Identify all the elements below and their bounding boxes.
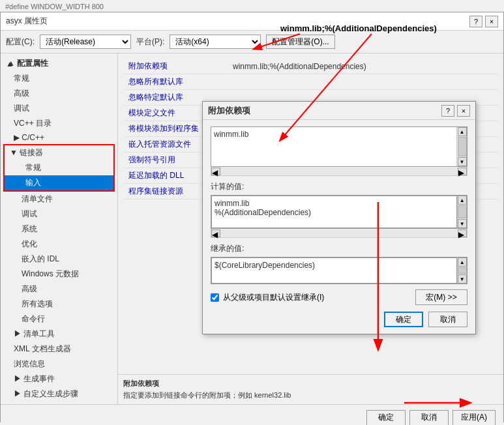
sidebar-item-general[interactable]: 常规 (1, 71, 117, 86)
prop-name-ignore-all[interactable]: 忽略所有默认库 (123, 74, 228, 90)
inherited-section: 继承的值: $(CoreLibraryDependencies) ▲ ▼ (211, 243, 467, 284)
sidebar-item-linker-general[interactable]: 常规 (5, 160, 113, 175)
dep-textarea-wrapper: winmm.lib ▲ ▼ (211, 126, 467, 167)
sub-dialog-titlebar: 附加依赖项 ? × (203, 102, 475, 120)
sidebar-item-browse-info[interactable]: 浏览信息 (1, 357, 117, 372)
computed-hscroll-left[interactable]: ◀ (211, 229, 220, 237)
dep-textarea-hscrollbar: ◀ ▶ (211, 167, 467, 176)
platform-label: 平台(P): (136, 37, 164, 48)
sub-dialog-titlebar-buttons: ? × (441, 105, 470, 117)
sidebar-item-vcpp-dirs[interactable]: VC++ 目录 (1, 116, 117, 131)
top-strip-text: #define WINDOW_WIDTH 800 (5, 3, 104, 10)
computed-line-2: %(AdditionalDependencies) (215, 208, 454, 217)
inherit-checkbox-label: 从父级或项目默认设置继承(I) (223, 292, 324, 303)
sidebar-item-debug[interactable]: 调试 (1, 101, 117, 116)
hscrollbar-left-btn[interactable]: ◀ (211, 168, 220, 175)
sidebar-item-linker-manifest[interactable]: 清单文件 (1, 192, 117, 207)
sidebar-item-custom-build[interactable]: ▶ 自定义生成步骤 (1, 387, 117, 402)
config-bar: 配置(C): 活动(Release) 平台(P): 活动(x64) 配置管理器(… (1, 31, 503, 53)
computed-scroll-down[interactable]: ▼ (458, 219, 467, 228)
computed-hscrollbar: ◀ ▶ (211, 229, 467, 238)
dep-textarea-scrollbar: ▲ ▼ (456, 127, 467, 166)
inherited-label: 继承的值: (211, 243, 467, 254)
platform-select[interactable]: 活动(x64) (170, 35, 261, 49)
sub-cancel-button[interactable]: 取消 (428, 312, 467, 327)
macro-button[interactable]: 宏(M) >> (415, 289, 467, 305)
inherited-scroll-down[interactable]: ▼ (458, 274, 467, 284)
computed-hscroll-track (220, 229, 458, 237)
prop-value-ignore-all (228, 74, 498, 90)
sub-dialog-title: 附加依赖项 (208, 105, 250, 117)
main-titlebar-buttons: ? × (469, 16, 498, 27)
sidebar: ▲ ▲ 配置属性 常规 高级 调试 VC++ 目录 ▶ C/C++ ▼ 链接器 … (1, 53, 118, 404)
inherited-content: $(CoreLibraryDependencies) (211, 257, 457, 284)
sidebar-config-props: ▲ ▲ 配置属性 (1, 56, 117, 71)
sidebar-item-advanced[interactable]: 高级 (1, 86, 117, 101)
config-select[interactable]: 活动(Release) (40, 35, 131, 49)
top-strip: #define WINDOW_WIDTH 800 (0, 0, 504, 13)
sidebar-item-code-analysis[interactable]: Code Analysis (1, 402, 117, 404)
sidebar-item-xml-gen[interactable]: XML 文档生成器 (1, 342, 117, 357)
main-dialog-titlebar: asyx 属性页 ? × (1, 12, 503, 31)
main-help-button[interactable]: ? (469, 16, 482, 27)
computed-scroll-up[interactable]: ▲ (458, 196, 467, 205)
config-label: 配置(C): (6, 37, 35, 48)
sidebar-item-linker-system[interactable]: 系统 (1, 222, 117, 237)
computed-line-1: winmm.lib (215, 199, 454, 208)
sub-dialog-additional-deps: 附加依赖项 ? × winmm.lib ▲ ▼ ◀ ▶ 计算的值: winmm (202, 101, 476, 334)
inherited-wrapper: $(CoreLibraryDependencies) ▲ ▼ (211, 257, 467, 284)
hscrollbar-right-btn[interactable]: ▶ (458, 168, 467, 175)
prop-name-additional-deps[interactable]: 附加依赖项 (123, 59, 228, 74)
sidebar-item-cpp[interactable]: ▶ C/C++ (1, 131, 117, 144)
sidebar-item-linker-cmdline[interactable]: 命令行 (1, 312, 117, 327)
sidebar-item-build-events[interactable]: ▶ 生成事件 (1, 372, 117, 387)
main-dialog-title: asyx 属性页 (6, 16, 48, 27)
computed-scroll-thumb (458, 205, 467, 218)
sidebar-item-linker-debug[interactable]: 调试 (1, 207, 117, 222)
hscrollbar-track (220, 168, 458, 175)
sub-dialog-help-button[interactable]: ? (441, 105, 454, 117)
table-row: 附加依赖项 winmm.lib;%(AdditionalDependencies… (123, 59, 498, 74)
bottom-bar: 确定 取消 应用(A) (1, 404, 503, 425)
sidebar-item-linker-adv[interactable]: 高级 (1, 282, 117, 297)
dep-input-textarea[interactable]: winmm.lib (211, 127, 456, 166)
prop-value-additional-deps: winmm.lib;%(AdditionalDependencies) (228, 59, 498, 74)
sub-dialog-action-buttons: 确定 取消 (211, 312, 467, 327)
sub-dialog-body: winmm.lib ▲ ▼ ◀ ▶ 计算的值: winmm.lib %(Addi… (203, 120, 475, 334)
main-cancel-button[interactable]: 取消 (409, 410, 449, 426)
sidebar-item-linker-optimize[interactable]: 优化 (1, 237, 117, 252)
inherited-scroll-up[interactable]: ▲ (458, 257, 467, 267)
desc-text: 指定要添加到链接命令行的附加项；例如 kernel32.lib (123, 390, 498, 400)
sidebar-item-manifest-tool[interactable]: ▶ 清单工具 (1, 327, 117, 342)
scrollbar-down-btn[interactable]: ▼ (458, 157, 467, 166)
sub-ok-button[interactable]: 确定 (384, 312, 423, 327)
sidebar-item-linker-all[interactable]: 所有选项 (1, 297, 117, 312)
desc-title: 附加依赖项 (123, 379, 498, 388)
sidebar-item-linker[interactable]: ▼ 链接器 (5, 145, 113, 160)
inherited-scroll-thumb (458, 267, 467, 274)
sidebar-item-linker-idl[interactable]: 嵌入的 IDL (1, 252, 117, 267)
scrollbar-up-btn[interactable]: ▲ (458, 127, 467, 136)
computed-section: 计算的值: winmm.lib %(AdditionalDependencies… (211, 181, 467, 238)
inherited-scrollbar: ▲ ▼ (457, 257, 467, 284)
computed-content: winmm.lib %(AdditionalDependencies) (211, 196, 457, 228)
inherit-checkbox-row: 从父级或项目默认设置继承(I) 宏(M) >> (211, 289, 467, 305)
scrollbar-thumb (458, 137, 467, 156)
computed-wrapper: winmm.lib %(AdditionalDependencies) ▲ ▼ (211, 195, 467, 229)
computed-scrollbar: ▲ ▼ (457, 196, 467, 228)
main-close-button[interactable]: × (485, 16, 498, 27)
table-row: 忽略所有默认库 (123, 74, 498, 90)
computed-hscroll-right[interactable]: ▶ (458, 229, 467, 237)
sidebar-item-linker-input[interactable]: 输入 (5, 175, 113, 190)
main-apply-button[interactable]: 应用(A) (452, 410, 496, 426)
config-manager-button[interactable]: 配置管理器(O)... (266, 35, 334, 49)
description-bar: 附加依赖项 指定要添加到链接命令行的附加项；例如 kernel32.lib (118, 374, 503, 404)
main-ok-button[interactable]: 确定 (366, 410, 406, 426)
sub-dialog-close-button[interactable]: × (457, 105, 470, 117)
inherit-checkbox[interactable] (211, 293, 219, 302)
computed-label: 计算的值: (211, 181, 467, 192)
sidebar-item-linker-winmeta[interactable]: Windows 元数据 (1, 267, 117, 282)
